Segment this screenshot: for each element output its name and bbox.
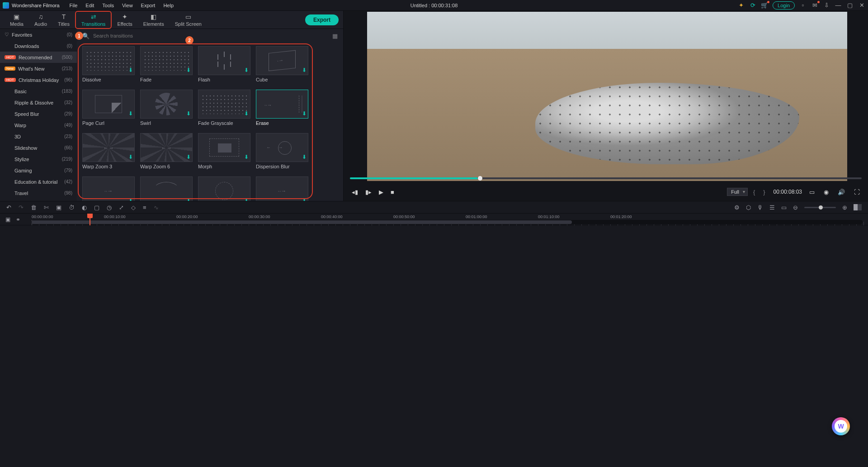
fullscreen-icon[interactable]: ⛶ xyxy=(852,188,862,196)
sidebar-item-warp[interactable]: Warp(49) xyxy=(0,119,77,131)
tab-elements[interactable]: ◧Elements xyxy=(138,11,170,29)
download-icon[interactable]: ⬇ xyxy=(186,154,191,160)
download-icon[interactable]: ⬇ xyxy=(244,67,249,73)
download-icon[interactable]: ⬇ xyxy=(128,67,133,73)
download-icon[interactable]: ⬇ xyxy=(128,110,133,117)
sidebar-item-recommended[interactable]: HOTRecommended(500) xyxy=(0,52,77,63)
sidebar-item-stylize[interactable]: Stylize(219) xyxy=(0,153,77,165)
filmora-avatar-icon[interactable] xyxy=(832,417,850,435)
sidebar-item-speed-blur[interactable]: Speed Blur(29) xyxy=(0,108,77,119)
preview-viewport[interactable] xyxy=(367,12,847,181)
transition-item-dispersion-blur[interactable]: ⬇Dispersion Blur xyxy=(256,133,308,169)
download-icon[interactable]: ⬇ xyxy=(128,197,133,201)
save-icon[interactable]: ▫ xyxy=(799,2,807,9)
transition-item-cube[interactable]: ⬇Cube xyxy=(256,46,308,82)
tab-audio[interactable]: ♫Audio xyxy=(29,11,52,29)
download-icon[interactable]: ⬇ xyxy=(128,154,133,160)
download-icon[interactable]: ⬇ xyxy=(244,197,249,201)
undo-icon[interactable]: ↶ xyxy=(6,204,11,211)
next-frame-button[interactable]: ▮▸ xyxy=(363,188,373,196)
sidebar-item-christmas-holiday[interactable]: HOTChristmas Holiday(96) xyxy=(0,74,77,86)
tab-transitions[interactable]: ⇄Transitions xyxy=(75,11,112,29)
tab-media[interactable]: ▣Media xyxy=(5,11,29,29)
transition-item-erase[interactable]: ⬇Erase xyxy=(256,90,308,126)
transition-item-swirl[interactable]: ⬇Swirl xyxy=(140,90,193,126)
split-icon[interactable]: ✄ xyxy=(44,204,49,211)
cart-icon[interactable]: 🛒 xyxy=(761,2,768,9)
adjust-icon[interactable]: ≡ xyxy=(143,204,146,211)
download-icon[interactable]: ⬇ xyxy=(244,110,249,117)
snapshot-icon[interactable]: ◉ xyxy=(822,188,830,196)
duration-icon[interactable]: ◷ xyxy=(107,204,112,211)
download-icon[interactable]: ⬇ xyxy=(302,197,307,201)
delete-icon[interactable]: 🗑 xyxy=(31,204,37,211)
transition-item-unnamed[interactable]: ⬇ xyxy=(140,176,193,201)
sidebar-item-slideshow[interactable]: Slideshow(66) xyxy=(0,142,77,153)
render-icon[interactable]: ⚙ xyxy=(734,204,740,211)
track-size-toggle[interactable] xyxy=(854,204,862,210)
sidebar-item-basic[interactable]: Basic(183) xyxy=(0,86,77,97)
speed-icon[interactable]: ⏱ xyxy=(69,204,75,211)
sidebar-item-what-s-new[interactable]: NewWhat's New(213) xyxy=(0,63,77,74)
preview-quality-select[interactable]: Full xyxy=(727,188,748,196)
transition-item-flash[interactable]: ⬇Flash xyxy=(198,46,250,82)
download-icon[interactable]: ⬇ xyxy=(244,154,249,160)
menu-file[interactable]: File xyxy=(66,2,81,9)
download-icon[interactable]: ⬇ xyxy=(186,197,191,201)
cloud-download-icon[interactable]: ⇩ xyxy=(823,2,830,9)
transition-item-morph[interactable]: ⬇Morph xyxy=(198,133,250,169)
marker-icon[interactable]: ⬡ xyxy=(746,204,751,211)
mark-in-icon[interactable]: { xyxy=(753,189,758,195)
grid-view-icon[interactable]: ▦ xyxy=(332,33,338,39)
sidebar-item-travel[interactable]: Travel(98) xyxy=(0,187,77,199)
keyframe-icon[interactable]: ◇ xyxy=(131,204,136,211)
transition-item-dissolve[interactable]: ⬇Dissolve xyxy=(82,46,135,82)
zoom-in-icon[interactable]: ⊕ xyxy=(842,204,847,211)
colormatch-icon[interactable]: ◐ xyxy=(82,204,87,211)
mixer-icon[interactable]: ☰ xyxy=(769,204,775,211)
transition-item-fade[interactable]: ⬇Fade xyxy=(140,46,193,82)
prev-frame-button[interactable]: ◂▮ xyxy=(350,188,360,196)
crop-icon[interactable]: ▣ xyxy=(56,204,61,211)
audio-wave-icon[interactable]: ∿ xyxy=(154,204,159,211)
play-button[interactable]: ▶ xyxy=(377,188,385,196)
preview-progress[interactable] xyxy=(350,177,862,179)
transition-item-fade-grayscale[interactable]: ⬇Fade Grayscale xyxy=(198,90,250,126)
menu-help[interactable]: Help xyxy=(160,2,177,9)
playhead[interactable] xyxy=(90,214,90,225)
refresh-icon[interactable]: ⟳ xyxy=(749,2,756,9)
menu-export[interactable]: Export xyxy=(137,2,159,9)
download-icon[interactable]: ⬇ xyxy=(302,110,307,117)
mark-out-icon[interactable]: } xyxy=(763,189,768,195)
transition-item-page-curl[interactable]: ⬇Page Curl xyxy=(82,90,135,126)
zoom-out-icon[interactable]: ⊖ xyxy=(793,204,798,211)
transition-item-unnamed[interactable]: ··→⬇ xyxy=(256,176,308,201)
transition-item-unnamed[interactable]: ⬇ xyxy=(198,176,250,201)
volume-icon[interactable]: 🔊 xyxy=(836,188,847,196)
lightbulb-icon[interactable]: ✦ xyxy=(737,2,745,9)
sidebar-item-favorites[interactable]: ♡Favorites(0) xyxy=(0,29,77,40)
export-button[interactable]: Export xyxy=(305,14,339,25)
snap-icon[interactable]: ▭ xyxy=(781,204,787,211)
tab-titles[interactable]: TTitles xyxy=(52,11,75,29)
sidebar-item-3d[interactable]: 3D(23) xyxy=(0,131,77,142)
download-icon[interactable]: ⬇ xyxy=(186,110,191,117)
minimize-icon[interactable]: — xyxy=(835,2,842,9)
transition-item-unnamed[interactable]: ··→⬇ xyxy=(82,176,135,201)
tab-splitscreen[interactable]: ▭Split Screen xyxy=(170,11,207,29)
link-icon[interactable]: ⚭ xyxy=(16,216,20,223)
sidebar-item-downloads[interactable]: Downloads(0) xyxy=(0,40,77,52)
transition-item-warp-zoom-3[interactable]: ⬇Warp Zoom 3 xyxy=(82,133,135,169)
search-input[interactable] xyxy=(93,33,329,38)
sidebar-item-education-tutorial[interactable]: Education & tutorial(42) xyxy=(0,176,77,187)
freeze-icon[interactable]: ▢ xyxy=(94,204,99,211)
download-icon[interactable]: ⬇ xyxy=(302,67,307,73)
download-icon[interactable]: ⬇ xyxy=(186,67,191,73)
menu-view[interactable]: View xyxy=(118,2,137,9)
transition-item-warp-zoom-6[interactable]: ⬇Warp Zoom 6 xyxy=(140,133,193,169)
notification-icon[interactable]: ✉ xyxy=(811,2,818,9)
menu-edit[interactable]: Edit xyxy=(82,2,98,9)
login-button[interactable]: Login xyxy=(773,1,795,10)
sidebar-item-gaming[interactable]: Gaming(79) xyxy=(0,165,77,176)
stop-button[interactable]: ■ xyxy=(389,188,396,196)
